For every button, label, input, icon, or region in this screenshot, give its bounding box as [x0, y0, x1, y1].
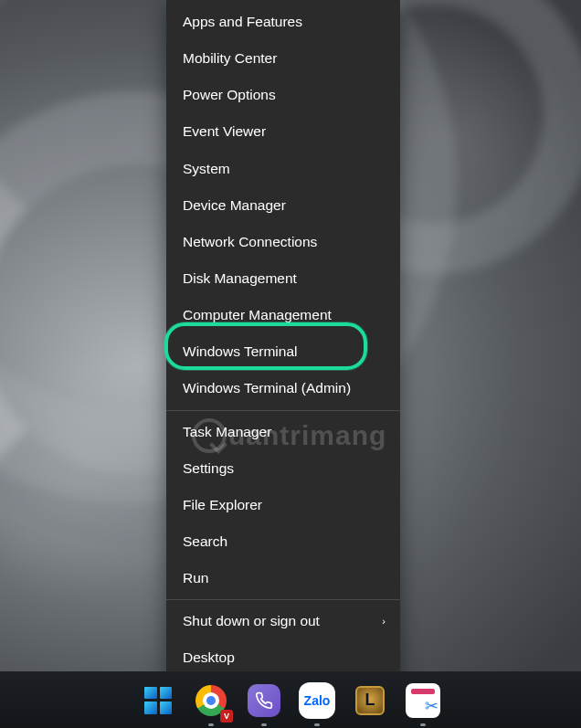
winx-menu: Apps and Features Mobility Center Power … [166, 0, 400, 684]
chrome-badge: V [220, 710, 233, 723]
league-icon: L [355, 686, 385, 715]
desktop: Apps and Features Mobility Center Power … [0, 0, 581, 728]
menu-network-connections[interactable]: Network Connections [166, 224, 400, 260]
menu-computer-management[interactable]: Computer Management [166, 297, 400, 333]
menu-run[interactable]: Run [166, 560, 400, 596]
menu-search[interactable]: Search [166, 523, 400, 560]
menu-windows-terminal-admin[interactable]: Windows Terminal (Admin) [166, 370, 400, 406]
taskbar-snipping-tool[interactable]: ✂ [403, 681, 443, 721]
taskbar-chrome[interactable]: V [191, 681, 231, 721]
taskbar-zalo[interactable]: Zalo [297, 681, 337, 721]
menu-event-viewer[interactable]: Event Viewer [166, 113, 400, 150]
menu-disk-management[interactable]: Disk Management [166, 260, 400, 297]
menu-mobility-center[interactable]: Mobility Center [166, 40, 400, 77]
menu-shut-down[interactable]: Shut down or sign out › [166, 603, 400, 639]
taskbar: V Zalo L ✂ [0, 671, 581, 728]
taskbar-viber[interactable] [244, 681, 284, 721]
snipping-tool-icon: ✂ [406, 683, 440, 718]
windows-logo-icon [144, 687, 172, 714]
menu-power-options[interactable]: Power Options [166, 77, 400, 113]
menu-task-manager[interactable]: Task Manager [166, 414, 400, 450]
running-indicator [420, 723, 426, 726]
chevron-right-icon: › [382, 615, 386, 628]
menu-shut-down-label: Shut down or sign out [183, 613, 320, 628]
taskbar-start-button[interactable] [138, 681, 178, 721]
menu-windows-terminal[interactable]: Windows Terminal [166, 333, 400, 370]
menu-settings[interactable]: Settings [166, 450, 400, 487]
menu-system[interactable]: System [166, 151, 400, 187]
taskbar-league-of-legends[interactable]: L [350, 681, 390, 721]
running-indicator [261, 723, 267, 726]
menu-apps-features[interactable]: Apps and Features [166, 4, 400, 40]
running-indicator [314, 723, 320, 726]
menu-separator [166, 410, 400, 411]
running-indicator [208, 723, 214, 726]
menu-device-manager[interactable]: Device Manager [166, 187, 400, 224]
menu-separator [166, 599, 400, 600]
menu-file-explorer[interactable]: File Explorer [166, 487, 400, 523]
zalo-icon: Zalo [299, 682, 335, 719]
viber-icon [248, 684, 280, 717]
